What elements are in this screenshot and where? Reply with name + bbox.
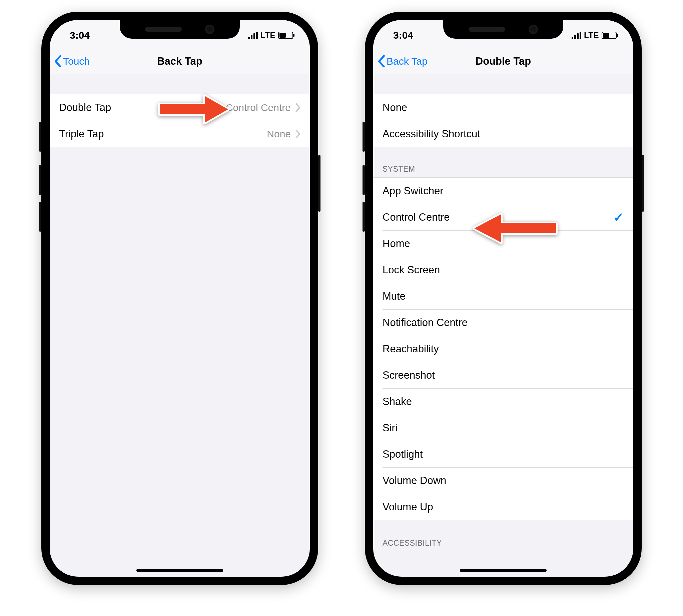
row-system[interactable]: Reachability bbox=[373, 336, 633, 362]
row-system[interactable]: App Switcher bbox=[373, 178, 633, 204]
row-label: Control Centre bbox=[383, 211, 450, 223]
row-system[interactable]: Lock Screen bbox=[373, 257, 633, 283]
nav-bar: Touch Back Tap bbox=[50, 49, 310, 74]
row-none[interactable]: None bbox=[373, 94, 633, 121]
checkmark-icon: ✓ bbox=[613, 210, 624, 225]
annotation-arrow-left bbox=[471, 208, 558, 248]
row-label: Mute bbox=[383, 290, 406, 302]
row-label: Home bbox=[383, 238, 410, 250]
status-time: 3:04 bbox=[70, 30, 90, 41]
row-system[interactable]: Screenshot bbox=[373, 362, 633, 388]
row-label: Reachability bbox=[383, 343, 439, 355]
notch bbox=[120, 20, 240, 39]
row-value: Control Centre bbox=[226, 102, 291, 113]
chevron-left-icon bbox=[378, 55, 385, 67]
battery-icon bbox=[278, 32, 293, 39]
chevron-right-icon bbox=[296, 130, 300, 138]
row-system[interactable]: Mute bbox=[373, 283, 633, 309]
row-label: Shake bbox=[383, 396, 412, 408]
section-header-accessibility: ACCESSIBILITY bbox=[373, 520, 633, 551]
row-label: Screenshot bbox=[383, 369, 435, 381]
chevron-right-icon bbox=[296, 103, 300, 112]
notch bbox=[443, 20, 563, 39]
chevron-left-icon bbox=[55, 55, 62, 67]
back-label: Touch bbox=[63, 56, 90, 67]
back-button[interactable]: Touch bbox=[55, 55, 90, 67]
row-label: None bbox=[383, 102, 407, 114]
annotation-arrow-right bbox=[158, 89, 231, 129]
row-label: Lock Screen bbox=[383, 264, 440, 276]
cellular-signal-icon bbox=[572, 32, 581, 39]
row-label: Volume Up bbox=[383, 501, 433, 513]
home-indicator bbox=[136, 569, 223, 572]
row-label: Double Tap bbox=[59, 102, 111, 114]
row-label: Notification Centre bbox=[383, 317, 468, 329]
row-label: Siri bbox=[383, 422, 398, 434]
page-title: Double Tap bbox=[475, 55, 531, 67]
row-label: Accessibility Shortcut bbox=[383, 128, 480, 140]
row-label: Spotlight bbox=[383, 448, 423, 460]
battery-icon bbox=[602, 32, 617, 39]
row-system[interactable]: Volume Down bbox=[373, 467, 633, 494]
phone-frame-right: 3:04 LTE Back Tap bbox=[365, 12, 642, 585]
row-label: Triple Tap bbox=[59, 128, 104, 140]
row-accessibility-shortcut[interactable]: Accessibility Shortcut bbox=[373, 121, 633, 147]
nav-bar: Back Tap Double Tap bbox=[373, 49, 633, 74]
network-label: LTE bbox=[584, 31, 599, 40]
row-system[interactable]: Siri bbox=[373, 415, 633, 441]
back-label: Back Tap bbox=[386, 56, 428, 67]
row-label: Volume Down bbox=[383, 475, 446, 487]
row-label: App Switcher bbox=[383, 185, 444, 197]
page-title: Back Tap bbox=[157, 55, 202, 67]
row-system[interactable]: Spotlight bbox=[373, 441, 633, 467]
home-indicator bbox=[460, 569, 547, 572]
cellular-signal-icon bbox=[248, 32, 258, 39]
section-header-system: SYSTEM bbox=[373, 147, 633, 177]
row-system[interactable]: Volume Up bbox=[373, 494, 633, 520]
back-button[interactable]: Back Tap bbox=[378, 55, 428, 67]
options-scroll[interactable]: None Accessibility Shortcut SYSTEM App S… bbox=[373, 74, 633, 577]
row-system[interactable]: Notification Centre bbox=[373, 309, 633, 336]
status-time: 3:04 bbox=[393, 30, 413, 41]
top-group: None Accessibility Shortcut bbox=[373, 94, 633, 147]
network-label: LTE bbox=[260, 31, 275, 40]
row-system[interactable]: Shake bbox=[373, 388, 633, 415]
phone-frame-left: 3:04 LTE Touch bbox=[41, 12, 318, 585]
row-value: None bbox=[267, 128, 291, 140]
